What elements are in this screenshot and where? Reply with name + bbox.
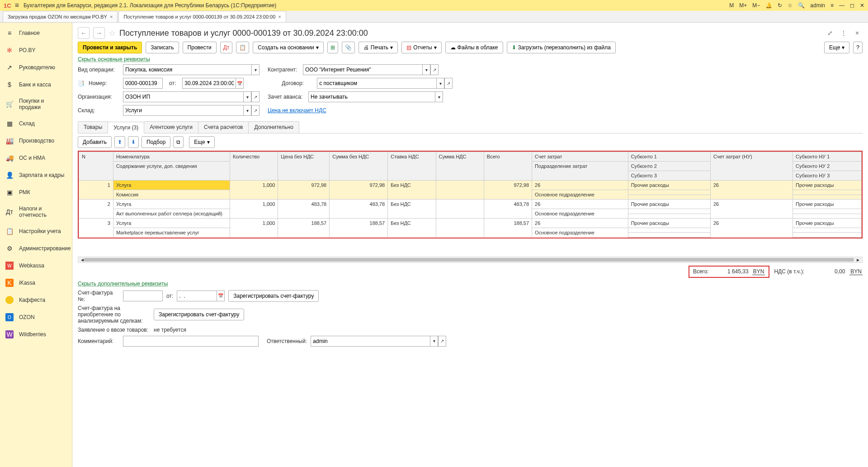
calendar-icon[interactable]: 📅	[217, 291, 225, 301]
sidebar-item-webkassa[interactable]: WWebkassa	[0, 257, 72, 274]
col-sub1[interactable]: Субконто 1	[628, 152, 710, 162]
chevron-down-icon[interactable]: ▾	[243, 105, 251, 116]
print-button[interactable]: 🖨 Печать ▾	[359, 42, 398, 53]
save-button[interactable]: Записать	[146, 42, 179, 53]
register-sf-acq-button[interactable]: Зарегистрировать счет-фактуру	[154, 309, 244, 320]
sf-date-field[interactable]	[177, 291, 217, 301]
sidebar-item-assets[interactable]: 🚚ОС и НМА	[0, 149, 72, 167]
close-icon[interactable]: ×	[278, 14, 281, 19]
move-up-icon[interactable]: ⬆	[114, 136, 125, 148]
date-field[interactable]	[182, 78, 236, 89]
settings-icon[interactable]: ≡	[830, 2, 834, 9]
move-down-icon[interactable]: ⬇	[128, 136, 139, 148]
open-icon[interactable]: ↗	[251, 91, 259, 102]
create-on-basis-button[interactable]: Создать на основании ▾	[253, 42, 324, 53]
col-dept[interactable]: Подразделение затрат	[532, 162, 628, 181]
tab-goods[interactable]: Товары	[78, 121, 108, 133]
col-price[interactable]: Цена без НДС	[278, 152, 330, 181]
sidebar-item-ozon[interactable]: ОOZON	[0, 309, 72, 326]
bell-icon[interactable]: 🔔	[765, 2, 772, 9]
advance-field[interactable]	[308, 91, 435, 102]
table-row[interactable]: 2 Услуга 1,000 483,78 483,78 Без НДС 483…	[79, 200, 862, 209]
sidebar-item-bank[interactable]: $Банк и касса	[0, 76, 72, 93]
favorite-icon[interactable]: ☆	[108, 28, 116, 38]
table-more-button[interactable]: Еще ▾	[189, 136, 214, 148]
close-icon[interactable]: ×	[110, 14, 113, 19]
files-button[interactable]: ☁ Файлы в облаке	[445, 42, 503, 53]
tab-services[interactable]: Услуги (3)	[108, 122, 144, 133]
app-tab-0[interactable]: Загрузка продаж OZON по месяцам РО.ВY ×	[3, 11, 118, 22]
sidebar-item-manager[interactable]: ↗Руководителю	[0, 59, 72, 76]
chevron-down-icon[interactable]: ▾	[243, 91, 251, 102]
sidebar-item-main[interactable]: ≡Главное	[0, 24, 72, 42]
operation-type-field[interactable]	[123, 64, 251, 75]
load-file-button[interactable]: ⬇ Загрузить (перезаполнить) из файла	[507, 42, 616, 53]
help-button[interactable]: ?	[853, 42, 863, 53]
main-menu-icon[interactable]: ≡	[15, 1, 19, 10]
collapse-main-link[interactable]: Скрыть основные реквизиты	[78, 56, 863, 62]
sidebar-item-roby[interactable]: ✻РО.ВY	[0, 42, 72, 59]
sidebar-item-rmk[interactable]: ▣РМК	[0, 184, 72, 201]
memory-mminus[interactable]: M−	[752, 2, 760, 9]
col-nomen2[interactable]: Содержание услуги, доп. сведения	[113, 162, 230, 181]
col-qty[interactable]: Количество	[230, 152, 278, 181]
col-sub2[interactable]: Субконто 2	[628, 162, 710, 171]
sidebar-item-wildberries[interactable]: WWildberries	[0, 326, 72, 343]
table-row[interactable]: 1 Услуга 1,000 972,98 972,98 Без НДС 972…	[79, 181, 862, 190]
collapse-extra-link[interactable]: Скрыть дополнительные реквизиты	[78, 281, 863, 287]
memory-mplus[interactable]: M+	[739, 2, 747, 9]
open-icon[interactable]: ↗	[430, 64, 439, 75]
col-nomen[interactable]: Номенклатура	[113, 152, 230, 162]
col-costnu[interactable]: Счет затрат (НУ)	[710, 152, 793, 181]
open-icon[interactable]: ↗	[251, 105, 259, 116]
open-icon[interactable]: ↗	[444, 78, 453, 89]
chevron-down-icon[interactable]: ▾	[251, 64, 259, 75]
more-button[interactable]: Еще ▾	[824, 42, 849, 53]
sidebar-item-admin[interactable]: ⚙Администрирование	[0, 240, 72, 257]
chevron-down-icon[interactable]: ▾	[436, 78, 444, 89]
sidebar-item-settings[interactable]: 📋Настройки учета	[0, 223, 72, 240]
history-icon[interactable]: ↻	[778, 2, 782, 9]
org-field[interactable]	[123, 91, 243, 102]
sidebar-item-production[interactable]: 🏭Производство	[0, 132, 72, 149]
close-icon[interactable]: ×	[852, 28, 863, 38]
adjust-icon[interactable]: ⧉	[173, 136, 184, 148]
responsible-field[interactable]	[311, 336, 430, 347]
sidebar-item-purchases[interactable]: 🛒Покупки и продажи	[0, 93, 72, 115]
register-sf-button[interactable]: Зарегистрировать счет-фактуру	[228, 290, 319, 302]
warehouse-field[interactable]	[123, 105, 243, 116]
star-icon[interactable]: ☆	[788, 2, 793, 9]
tab-accounts[interactable]: Счета расчетов	[198, 121, 249, 133]
sidebar-item-hr[interactable]: 👤Зарплата и кадры	[0, 167, 72, 184]
col-costacc[interactable]: Счет затрат	[532, 152, 628, 162]
app-tab-1[interactable]: Поступление товаров и услуг 0000-000139 …	[118, 11, 286, 22]
col-subnu1[interactable]: Субконто НУ 1	[793, 152, 862, 162]
attach-icon[interactable]: 📎	[342, 42, 355, 53]
scroll-right-icon[interactable]: ▸	[857, 257, 859, 263]
sidebar-item-warehouse[interactable]: ▦Склад	[0, 115, 72, 132]
col-sub3[interactable]: Субконто 3	[628, 171, 710, 181]
col-total[interactable]: Всего	[484, 152, 532, 181]
sidebar-item-ikassa[interactable]: KiKassa	[0, 274, 72, 291]
expand-icon[interactable]: ⤢	[825, 28, 835, 38]
col-vatsum[interactable]: Сумма НДС	[436, 152, 484, 181]
sidebar-item-taxes[interactable]: ДтНалоги и отчетность	[0, 201, 72, 223]
copy-icon[interactable]: 📋	[236, 42, 249, 53]
price-mode-link[interactable]: Цена не включает НДС	[268, 107, 326, 114]
post-button[interactable]: Провести	[183, 42, 217, 53]
minimize-icon[interactable]: —	[839, 2, 844, 9]
comment-field[interactable]	[123, 336, 259, 347]
col-vatrate[interactable]: Ставка НДС	[388, 152, 436, 181]
col-sum[interactable]: Сумма без НДС	[330, 152, 388, 181]
sf-no-field[interactable]	[123, 291, 163, 301]
pick-button[interactable]: Подбор	[142, 136, 170, 148]
reports-button[interactable]: ▤ Отчеты ▾	[401, 42, 441, 53]
user-label[interactable]: admin	[810, 2, 825, 9]
horizontal-scrollbar[interactable]: ◂ ▸	[78, 257, 863, 263]
close-icon[interactable]: ✕	[860, 2, 864, 9]
calendar-icon[interactable]: 📅	[236, 78, 244, 89]
chevron-down-icon[interactable]: ▾	[435, 91, 443, 102]
dt-kt-icon[interactable]: Дт	[220, 42, 233, 53]
post-close-button[interactable]: Провести и закрыть	[78, 42, 142, 53]
scroll-thumb[interactable]	[84, 258, 854, 262]
